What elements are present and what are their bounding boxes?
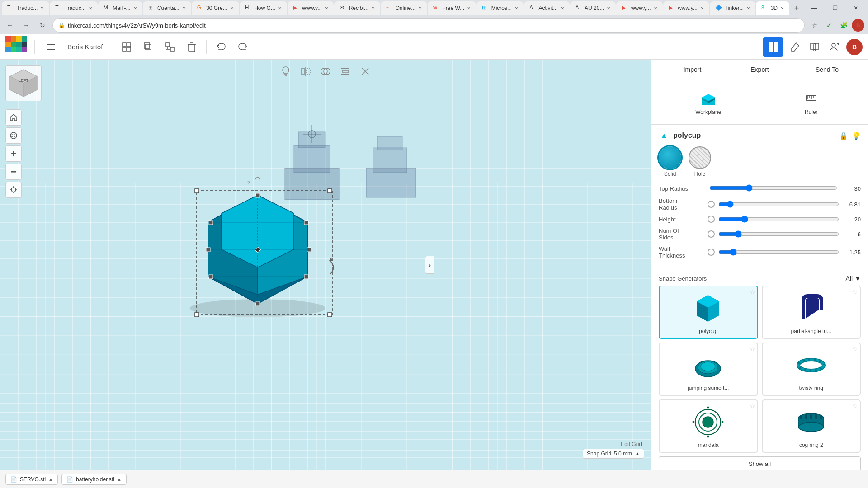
selected-shape-3d[interactable]: ↺ <box>172 177 344 323</box>
ruler-button[interactable]: Ruler <box>762 85 861 119</box>
shape-card-partial-angle[interactable]: ☆ partial-angle tu... <box>762 286 861 339</box>
tab-17[interactable]: 3 3D ✕ <box>756 1 789 15</box>
star-mandala[interactable]: ☆ <box>750 402 755 409</box>
light-shape-icon[interactable]: 💡 <box>852 131 861 140</box>
file-arrow-battery[interactable]: ▲ <box>117 477 122 482</box>
workplane-button[interactable]: Workplane <box>659 85 758 119</box>
tab-15[interactable]: ▶ www.y... ✕ <box>663 1 709 15</box>
tab-close-3[interactable]: ✕ <box>133 6 137 11</box>
create-shape-button[interactable] <box>118 38 136 56</box>
export-button[interactable]: Export <box>726 63 793 76</box>
tab-4[interactable]: ⊞ Cuenta... ✕ <box>143 1 191 15</box>
menu-button[interactable] <box>42 38 60 56</box>
tab-close-16[interactable]: ✕ <box>746 6 750 11</box>
delete-button[interactable] <box>183 38 201 56</box>
shape-card-polycup[interactable]: ☆ polycup <box>659 286 758 339</box>
mirror-button[interactable] <box>297 63 314 80</box>
star-polycup[interactable]: ☆ <box>750 288 755 296</box>
fit-view-button[interactable] <box>5 182 22 198</box>
show-all-button[interactable]: Show all <box>659 456 861 470</box>
solid-button[interactable]: Solid <box>659 146 681 177</box>
tab-12[interactable]: A Activit... ✕ <box>524 1 570 15</box>
num-sides-dot[interactable] <box>708 230 715 238</box>
hole-button[interactable]: Hole <box>689 146 711 177</box>
extensions-icon[interactable]: 🧩 <box>837 19 850 32</box>
tab-close-11[interactable]: ✕ <box>514 6 518 11</box>
star-partial-angle[interactable]: ☆ <box>852 288 858 296</box>
file-chip-servo[interactable]: 📄 SERVO.stl ▲ <box>5 474 58 485</box>
home-view-button[interactable] <box>5 109 22 126</box>
top-radius-slider[interactable] <box>709 184 837 193</box>
tab-1[interactable]: T Traduc... ✕ <box>2 1 49 15</box>
address-bar[interactable]: 🔒 tinkercad.com/things/4V2zArSWy9m-boris… <box>52 18 805 33</box>
tab-7[interactable]: ▶ www.y... ✕ <box>288 1 334 15</box>
tab-2[interactable]: T Traduc... ✕ <box>50 1 97 15</box>
cube-navigator[interactable]: LEFT <box>5 65 42 101</box>
zoom-in-button[interactable]: + <box>5 145 22 162</box>
tab-8[interactable]: ✉ Recibi... ✕ <box>334 1 380 15</box>
duplicate-button[interactable] <box>139 38 157 56</box>
tab-close-9[interactable]: ✕ <box>418 6 422 11</box>
profile-icon[interactable]: B <box>852 19 864 32</box>
forward-button[interactable]: → <box>20 19 33 32</box>
shape-generators-dropdown[interactable]: All ▼ <box>846 275 861 282</box>
intersect-button[interactable] <box>317 63 334 80</box>
shape-collapse-button[interactable]: ▲ <box>659 130 670 141</box>
tab-close-2[interactable]: ✕ <box>89 6 92 11</box>
panel-collapse-arrow[interactable]: › <box>425 256 434 274</box>
wall-thickness-dot[interactable] <box>708 249 715 256</box>
tab-close-7[interactable]: ✕ <box>325 6 328 11</box>
tab-close-8[interactable]: ✕ <box>371 6 375 11</box>
grid-view-button[interactable] <box>763 37 783 57</box>
hammer-icon-button[interactable] <box>787 39 803 55</box>
shape-card-jumping-sumo[interactable]: ☆ jumping sumo t... <box>659 343 758 396</box>
tab-13[interactable]: A AU 20... ✕ <box>570 1 616 15</box>
refresh-button[interactable]: ↻ <box>36 19 49 32</box>
lightbulb-button[interactable] <box>278 63 294 80</box>
send-to-button[interactable]: Send To <box>793 63 861 76</box>
star-twisty-ring[interactable]: ☆ <box>852 345 858 352</box>
shape-card-mandala[interactable]: ☆ <box>659 399 758 453</box>
height-dot[interactable] <box>708 216 715 223</box>
shape-card-cog-ring[interactable]: ☆ <box>762 399 861 453</box>
tinkercad-logo[interactable] <box>5 36 27 58</box>
close-button[interactable]: ✕ <box>845 0 866 16</box>
tab-close-17[interactable]: ✕ <box>780 6 784 11</box>
zoom-out-button[interactable]: − <box>5 164 22 180</box>
redo-button[interactable] <box>234 38 252 56</box>
tab-16[interactable]: 🔷 Tinker... ✕ <box>710 1 755 15</box>
book-icon-button[interactable] <box>807 39 823 55</box>
tab-close-13[interactable]: ✕ <box>607 6 610 11</box>
tab-close-4[interactable]: ✕ <box>182 6 186 11</box>
tab-11[interactable]: ⊞ Micros... ✕ <box>476 1 524 15</box>
tab-close-1[interactable]: ✕ <box>40 6 44 11</box>
shield-icon[interactable]: ✓ <box>823 19 835 32</box>
shape-card-twisty-ring[interactable]: ☆ twisty ring <box>762 343 861 396</box>
import-button[interactable]: Import <box>659 63 726 76</box>
tab-close-5[interactable]: ✕ <box>230 6 234 11</box>
tab-6[interactable]: H How G... ✕ <box>240 1 287 15</box>
edit-grid-label[interactable]: Edit Grid <box>621 441 642 447</box>
undo-button[interactable] <box>212 38 230 56</box>
tab-10[interactable]: w Free W... ✕ <box>428 1 476 15</box>
tab-5[interactable]: G 30 Gre... ✕ <box>192 1 239 15</box>
bottom-radius-dot[interactable] <box>708 201 715 208</box>
align-button[interactable] <box>337 63 354 80</box>
tab-close-6[interactable]: ✕ <box>278 6 282 11</box>
tab-14[interactable]: ▶ www.y... ✕ <box>616 1 662 15</box>
tab-close-12[interactable]: ✕ <box>561 6 564 11</box>
minimize-button[interactable]: — <box>804 0 825 16</box>
snap-grid-arrow[interactable]: ▲ <box>635 450 640 457</box>
star-jumping-sumo[interactable]: ☆ <box>750 345 755 352</box>
file-arrow-servo[interactable]: ▲ <box>48 477 53 482</box>
maximize-button[interactable]: ❐ <box>825 0 845 16</box>
group-button[interactable] <box>161 38 179 56</box>
user-avatar[interactable]: B <box>846 39 863 55</box>
bookmark-button[interactable]: ☆ <box>808 19 821 32</box>
back-button[interactable]: ← <box>4 19 16 32</box>
snap-grid-control[interactable]: Snap Grid 5.0 mm ▲ <box>583 449 644 459</box>
new-tab-button[interactable]: + <box>790 2 803 14</box>
tab-9[interactable]: ~ Online... ✕ <box>381 1 427 15</box>
lock-shape-icon[interactable]: 🔒 <box>839 131 848 140</box>
file-chip-battery[interactable]: 📄 batteryholder.stl ▲ <box>61 474 127 485</box>
